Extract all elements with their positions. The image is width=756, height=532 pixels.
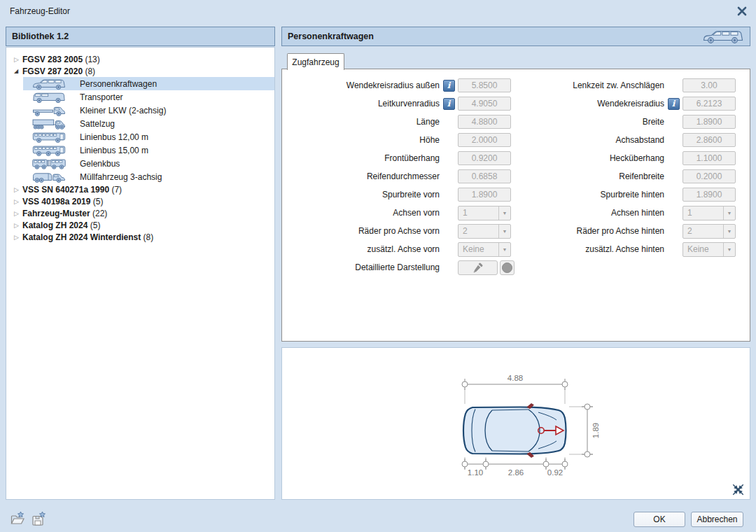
- tree-item-label: Personenkraftwagen: [80, 79, 157, 89]
- form-row: Wendekreisradius außeni: [285, 76, 514, 94]
- chevron-down-icon: ▼: [723, 206, 735, 220]
- field-input[interactable]: [458, 169, 511, 183]
- eyedropper-button[interactable]: [458, 260, 498, 275]
- dim-width: 1.89: [592, 423, 600, 438]
- expand-icon[interactable]: ▷: [14, 198, 22, 205]
- form-row: Frontüberhang: [285, 149, 514, 167]
- tree-group[interactable]: ▷VSS 40198a 2019 (5): [6, 195, 274, 207]
- tree-item[interactable]: Transporter: [23, 90, 274, 104]
- expand-icon[interactable]: ▷: [14, 234, 22, 241]
- dim-rear-overhang: 1.10: [468, 468, 483, 477]
- form-row: Detaillierte Darstellung: [285, 258, 514, 276]
- info-slot: i: [664, 98, 682, 110]
- expand-icon[interactable]: ▷: [14, 222, 22, 229]
- tree-group-label: Fahrzeug-Muster: [22, 209, 90, 218]
- tree-item-label: Transporter: [80, 92, 123, 102]
- field-label: Spurbreite hinten: [510, 190, 664, 200]
- field-input[interactable]: [682, 78, 736, 92]
- fit-to-view-icon[interactable]: [732, 483, 744, 496]
- field-input[interactable]: [458, 151, 511, 165]
- form-row: Räder pro Achse vorn2▼: [285, 222, 514, 240]
- field-input[interactable]: [458, 188, 511, 202]
- tree-item[interactable]: Sattelzug: [23, 117, 274, 130]
- field-input[interactable]: [682, 169, 736, 183]
- ok-button[interactable]: OK: [634, 512, 685, 527]
- tree-group-count: (5): [90, 197, 103, 206]
- car-side-view-icon: [702, 29, 744, 44]
- info-icon[interactable]: i: [443, 98, 455, 110]
- tree-item[interactable]: Müllfahrzeug 3-achsig: [23, 170, 274, 183]
- color-swatch-button[interactable]: [500, 260, 514, 275]
- open-library-icon[interactable]: [9, 510, 27, 526]
- tree-item[interactable]: Kleiner LKW (2-achsig): [23, 104, 274, 117]
- van-icon: [31, 91, 80, 104]
- tree-group[interactable]: ▷Katalog ZH 2024 (5): [6, 219, 274, 231]
- field-label: Achsen hinten: [510, 208, 664, 218]
- expand-icon[interactable]: ▷: [14, 56, 22, 63]
- field-label: zusätzl. Achse vorn: [285, 244, 440, 254]
- form-column-left: Wendekreisradius außeniLeitkurvenradiusi…: [285, 76, 514, 276]
- field-input[interactable]: [458, 115, 511, 129]
- tree-group[interactable]: ▷Katalog ZH 2024 Winterdienst (8): [6, 231, 274, 243]
- tree-item-label: Linienbus 12,00 m: [80, 132, 148, 142]
- field-select[interactable]: 1▼: [682, 206, 736, 220]
- select-value: 2: [683, 226, 723, 236]
- tree-group[interactable]: ▷Fahrzeug-Muster (22): [6, 207, 274, 219]
- field-label: Leitkurvenradius: [285, 99, 440, 108]
- tree-item[interactable]: Linienbus 15,00 m: [23, 144, 274, 157]
- field-label: zusätzl. Achse hinten: [510, 244, 664, 254]
- field-select[interactable]: 1▼: [458, 206, 511, 220]
- field-label: Spurbreite vorn: [285, 190, 440, 200]
- expand-icon[interactable]: ▷: [14, 210, 22, 217]
- save-library-icon[interactable]: [30, 510, 48, 526]
- form-row: Länge: [285, 113, 514, 131]
- select-value: 1: [683, 208, 723, 218]
- form-row: Spurbreite hinten: [510, 186, 736, 204]
- ok-button-label: OK: [653, 514, 665, 524]
- cancel-button[interactable]: Abbrechen: [691, 512, 743, 527]
- close-icon[interactable]: [734, 4, 750, 18]
- tree-group-count: (7): [109, 185, 122, 195]
- tree-item[interactable]: Linienbus 12,00 m: [23, 130, 274, 144]
- form-row: zusätzl. Achse hintenKeine▼: [510, 240, 736, 258]
- tree-group[interactable]: ▷VSS SN 640271a 1990 (7): [6, 183, 274, 195]
- field-input[interactable]: [682, 151, 736, 165]
- form-row: Achsabstand: [510, 131, 736, 149]
- field-label: Achsen vorn: [285, 208, 440, 218]
- info-icon[interactable]: i: [443, 80, 455, 92]
- info-icon[interactable]: i: [668, 98, 680, 110]
- tree-item-label: Sattelzug: [80, 119, 115, 129]
- field-select[interactable]: Keine▼: [682, 242, 736, 257]
- field-input[interactable]: [682, 133, 736, 147]
- field-input[interactable]: [458, 133, 511, 147]
- tree-group[interactable]: ◢FGSV 287 2020 (8): [6, 65, 274, 77]
- field-label: Höhe: [285, 135, 440, 145]
- field-select[interactable]: 2▼: [682, 224, 736, 239]
- form-column-right: Lenkzeit zw. AnschlägenWendekreisradiusi…: [510, 76, 736, 258]
- window-title: Fahrzeug-Editor: [10, 6, 70, 16]
- collapse-icon[interactable]: ◢: [14, 68, 22, 74]
- field-select[interactable]: 2▼: [458, 224, 511, 239]
- info-slot: i: [440, 80, 458, 92]
- field-input[interactable]: [458, 78, 511, 92]
- field-input[interactable]: [458, 97, 511, 111]
- semi-icon: [31, 118, 80, 130]
- tab-zugfahrzeug[interactable]: Zugfahrzeug: [287, 53, 344, 70]
- x-cross-glyph: [737, 6, 747, 16]
- select-value: Keine: [458, 244, 498, 254]
- field-select[interactable]: Keine▼: [458, 242, 511, 257]
- field-input[interactable]: [682, 97, 736, 111]
- tree-item[interactable]: Gelenkbus: [23, 157, 274, 170]
- field-label: Wendekreisradius außen: [285, 80, 440, 90]
- library-tree[interactable]: ▷FGSV 283 2005 (13)◢FGSV 287 2020 (8)Per…: [6, 47, 275, 500]
- field-input[interactable]: [682, 188, 736, 202]
- tree-group-count: (22): [90, 209, 108, 218]
- tree-item[interactable]: Personenkraftwagen: [23, 77, 274, 90]
- expand-icon[interactable]: ▷: [14, 186, 22, 193]
- vehicle-form-panel: Wendekreisradius außeniLeitkurvenradiusi…: [281, 69, 750, 342]
- tree-group[interactable]: ▷FGSV 283 2005 (13): [6, 53, 274, 65]
- field-input[interactable]: [682, 115, 736, 129]
- form-row: Höhe: [285, 131, 514, 149]
- tree-group-label: Katalog ZH 2024 Winterdienst: [22, 232, 141, 242]
- form-row: Reifenbreite: [510, 167, 736, 186]
